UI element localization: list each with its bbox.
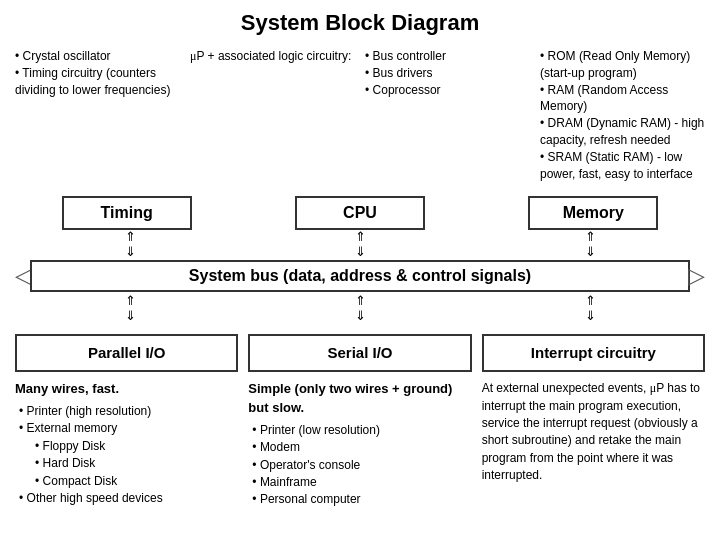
intro-item: DRAM (Dynamic RAM) - high capacity, refr…	[540, 115, 705, 149]
arrow-down-icon: ⇓	[125, 308, 136, 323]
intro-item: SRAM (Static RAM) - low power, fast, eas…	[540, 149, 705, 183]
arrow-down-icon: ⇓	[125, 244, 136, 259]
block-diagram: Timing CPU Memory ⇑ ⇓ ⇑ ⇓ ⇑ ⇓ ◁ System b…	[15, 196, 705, 508]
page-title: System Block Diagram	[15, 10, 705, 36]
list-item: External memory	[19, 420, 238, 437]
parallel-io-sublist: Floppy Disk Hard Disk Compact Disk	[15, 438, 238, 490]
intro-item: ROM (Read Only Memory) (start-up program…	[540, 48, 705, 82]
intro-item: Bus drivers	[365, 65, 530, 82]
arrow-down-icon: ⇓	[355, 244, 366, 259]
arrow-parallel: ⇑ ⇓	[110, 293, 150, 323]
list-item: Other high speed devices	[19, 490, 238, 507]
bottom-arrows: ⇑ ⇓ ⇑ ⇓ ⇑ ⇓	[15, 294, 705, 322]
parallel-io-extra: Other high speed devices	[15, 490, 238, 507]
arrow-up-icon: ⇑	[355, 293, 366, 308]
intro-item: Timing circuitry (counters dividing to l…	[15, 65, 180, 99]
top-boxes-row: Timing CPU Memory	[15, 196, 705, 230]
bottom-section: Parallel I/O Many wires, fast. Printer (…	[15, 334, 705, 508]
intro-cpu-text: μP + associated logic circuitry:	[190, 49, 351, 63]
arrow-cpu: ⇑ ⇓	[340, 229, 380, 259]
memory-box: Memory	[528, 196, 658, 230]
arrow-up-icon: ⇑	[355, 229, 366, 244]
serial-io-col: Serial I/O Simple (only two wires + grou…	[248, 334, 471, 508]
list-item: Compact Disk	[35, 473, 238, 490]
bus-bar-wrapper: ◁ System bus (data, address & control si…	[15, 260, 705, 292]
interrupt-box: Interrupt circuitry	[482, 334, 705, 372]
interrupt-col: Interrupt circuitry At external unexpect…	[482, 334, 705, 508]
list-item: Floppy Disk	[35, 438, 238, 455]
list-item: Personal computer	[252, 491, 471, 508]
arrow-down-icon: ⇓	[585, 244, 596, 259]
arrow-up-icon: ⇑	[585, 229, 596, 244]
list-item: Mainframe	[252, 474, 471, 491]
list-item: Printer (high resolution)	[19, 403, 238, 420]
system-bus-label: System bus (data, address & control sign…	[30, 260, 690, 292]
arrow-interrupt: ⇑ ⇓	[570, 293, 610, 323]
cpu-box: CPU	[295, 196, 425, 230]
intro-col-1: Crystal oscillator Timing circuitry (cou…	[15, 48, 180, 182]
parallel-io-col: Parallel I/O Many wires, fast. Printer (…	[15, 334, 238, 508]
intro-item: RAM (Random Access Memory)	[540, 82, 705, 116]
list-item: Operator's console	[252, 457, 471, 474]
serial-io-title: Simple (only two wires + ground) but slo…	[248, 380, 471, 418]
parallel-io-title: Many wires, fast.	[15, 380, 238, 399]
bus-right-arrow-icon: ▷	[688, 263, 705, 289]
intro-item: Crystal oscillator	[15, 48, 180, 65]
arrow-down-icon: ⇓	[355, 308, 366, 323]
arrow-memory: ⇑ ⇓	[570, 229, 610, 259]
list-item: Modem	[252, 439, 471, 456]
arrow-serial: ⇑ ⇓	[340, 293, 380, 323]
top-arrows: ⇑ ⇓ ⇑ ⇓ ⇑ ⇓	[15, 230, 705, 258]
intro-item: Coprocessor	[365, 82, 530, 99]
arrow-up-icon: ⇑	[125, 229, 136, 244]
intro-item: Bus controller	[365, 48, 530, 65]
serial-io-list: Printer (low resolution) Modem Operator'…	[248, 422, 471, 509]
arrow-timing: ⇑ ⇓	[110, 229, 150, 259]
intro-col-4: ROM (Read Only Memory) (start-up program…	[540, 48, 705, 182]
interrupt-description: At external unexpected events, μP has to…	[482, 380, 705, 484]
serial-io-box: Serial I/O	[248, 334, 471, 372]
intro-col-3: Bus controller Bus drivers Coprocessor	[365, 48, 530, 182]
arrow-up-icon: ⇑	[585, 293, 596, 308]
list-item: Hard Disk	[35, 455, 238, 472]
arrow-up-icon: ⇑	[125, 293, 136, 308]
timing-box: Timing	[62, 196, 192, 230]
parallel-io-box: Parallel I/O	[15, 334, 238, 372]
intro-col-2: μP + associated logic circuitry:	[190, 48, 355, 182]
parallel-io-list: Printer (high resolution) External memor…	[15, 403, 238, 438]
arrow-down-icon: ⇓	[585, 308, 596, 323]
list-item: Printer (low resolution)	[252, 422, 471, 439]
intro-section: Crystal oscillator Timing circuitry (cou…	[15, 48, 705, 182]
